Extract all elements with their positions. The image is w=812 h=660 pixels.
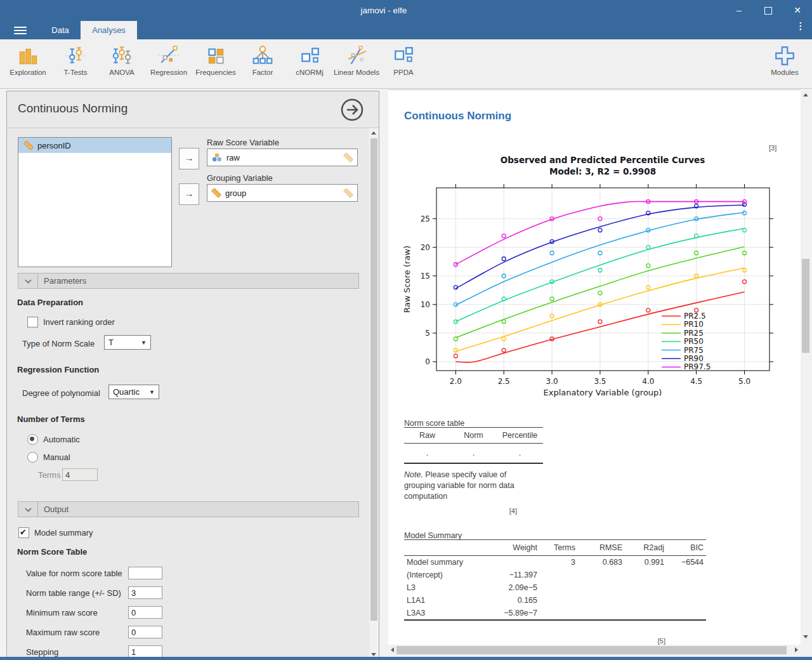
model-summary-reference: [5] (404, 637, 665, 645)
norm-table-title: Norm score table (404, 419, 464, 428)
ribbon-label: Regression (145, 69, 193, 76)
variable-name: personID (37, 141, 71, 150)
terms-input[interactable] (62, 468, 98, 481)
norm-scale-select[interactable]: T ▼ (104, 335, 151, 350)
plus-icon (773, 44, 796, 67)
ribbon-label: Factor (239, 69, 287, 76)
norm-value-input[interactable] (128, 567, 162, 579)
norm-table-note: Note. Please specify value of grouping v… (404, 470, 539, 502)
ribbon-t-tests[interactable]: T-Tests (51, 42, 100, 86)
parameters-section-header[interactable]: Parameters (18, 273, 359, 289)
squares-icon (298, 44, 321, 67)
results-panel: Continuous Norming [3] 2.02.53.03.54.04.… (388, 89, 801, 645)
chevron-down-icon (18, 276, 37, 286)
menu-icon[interactable] (11, 25, 29, 36)
error-bars-3-icon (110, 44, 133, 67)
results-vscrollbar[interactable] (801, 89, 811, 642)
scroll-down-icon[interactable] (371, 653, 376, 656)
ribbon-anova[interactable]: ANOVA (98, 42, 146, 86)
number-of-terms-heading: Number of Terms (17, 414, 85, 424)
svg-text:15: 15 (421, 272, 430, 280)
norm-score-table-heading: Norm Score Table (17, 547, 87, 557)
tab-data[interactable]: Data (40, 21, 81, 39)
results-hscrollbar[interactable] (388, 645, 801, 656)
automatic-label: Automatic (43, 435, 80, 444)
max-raw-input[interactable] (128, 626, 162, 638)
degree-select[interactable]: Quartic ▼ (108, 385, 159, 399)
assign-raw-score-button[interactable]: → (179, 148, 199, 169)
svg-text:PR2.5: PR2.5 (684, 312, 706, 320)
svg-text:5: 5 (425, 329, 430, 338)
assign-grouping-button[interactable]: → (179, 183, 199, 205)
raw-score-field[interactable]: raw (207, 148, 358, 166)
results-heading: Continuous Norming (404, 110, 511, 122)
regression-function-heading: Regression Function (17, 365, 99, 374)
scroll-up-icon[interactable] (371, 131, 376, 135)
ribbon-ppda[interactable]: PPDA (379, 42, 428, 86)
more-options-icon[interactable]: ⋮ (796, 23, 806, 29)
stepping-input[interactable] (128, 645, 162, 658)
ribbon-label: cNORMj (285, 69, 334, 76)
continuous-ruler-icon (211, 188, 221, 198)
norm-table-reference: [4] (404, 507, 517, 515)
svg-text:PR50: PR50 (684, 337, 704, 346)
title-bar: jamovi - elfe – ✕ (0, 0, 812, 21)
output-section-header[interactable]: Output (18, 501, 359, 517)
available-variables-list[interactable]: personID (18, 137, 172, 267)
ribbon-cnormj[interactable]: cNORMj (285, 42, 334, 86)
window-bottom-border (0, 657, 812, 660)
scroll-right-icon[interactable] (795, 647, 798, 652)
ribbon-linear-models[interactable]: Linear Models (332, 42, 381, 86)
crossed-lines-icon (345, 44, 368, 67)
model-summary-checkbox[interactable] (18, 527, 29, 538)
grouping-label: Grouping Variable (207, 173, 273, 183)
scatter-line-icon (157, 44, 180, 67)
svg-text:3.5: 3.5 (594, 377, 606, 386)
norm-scale-value: T (108, 338, 114, 347)
plot-reference: [3] (769, 144, 776, 152)
analyses-ribbon: Exploration T-Tests (0, 39, 812, 89)
svg-text:Explanatory Variable (group): Explanatory Variable (group) (544, 388, 662, 397)
grouping-field[interactable]: group (207, 184, 358, 202)
ribbon-regression[interactable]: Regression (145, 42, 193, 86)
automatic-radio[interactable] (27, 434, 38, 445)
options-scrollbar-thumb[interactable] (370, 138, 377, 621)
ribbon-label: T-Tests (51, 69, 100, 76)
squares-icon (392, 44, 415, 67)
ribbon-label: PPDA (379, 69, 428, 76)
table-row: L3A3−5.89e−7 (404, 607, 706, 620)
ribbon-frequencies[interactable]: Frequencies (192, 42, 240, 86)
ribbon-modules[interactable]: Modules (761, 42, 809, 86)
ribbon-exploration[interactable]: Exploration (4, 42, 52, 86)
nominal-icon (211, 152, 223, 162)
results-vscrollbar-thumb[interactable] (802, 259, 809, 353)
svg-text:PR90: PR90 (684, 354, 704, 363)
collapse-options-button[interactable] (339, 97, 365, 122)
min-raw-input[interactable] (128, 606, 162, 619)
manual-radio[interactable] (27, 452, 38, 463)
close-button[interactable]: ✕ (783, 0, 812, 21)
svg-text:2.0: 2.0 (450, 377, 462, 386)
automatic-row: Automatic (27, 434, 80, 445)
column-header: Norm (450, 428, 497, 444)
variable-item-personid[interactable]: personID (18, 138, 171, 153)
options-scrollbar[interactable] (369, 128, 379, 659)
norm-value-label: Value for norm score table (26, 569, 122, 578)
scroll-left-icon[interactable] (391, 647, 394, 652)
minimize-button[interactable]: – (724, 0, 754, 21)
invert-ranking-checkbox[interactable] (27, 317, 38, 327)
chevron-down-icon: ▼ (149, 389, 155, 395)
tab-analyses[interactable]: Analyses (81, 21, 137, 39)
svg-text:PR97.5: PR97.5 (684, 362, 710, 371)
raw-score-label: Raw Score Variable (207, 138, 279, 147)
scroll-down-icon[interactable] (803, 635, 808, 638)
ribbon-factor[interactable]: Factor (239, 42, 287, 86)
table-row: (Intercept)−11.397 (404, 569, 706, 581)
norm-range-input[interactable] (128, 586, 162, 599)
error-bars-2-icon (64, 44, 87, 67)
results-hscrollbar-thumb[interactable] (396, 646, 787, 654)
scroll-up-icon[interactable] (803, 93, 808, 96)
bar-chart-icon (16, 44, 39, 67)
maximize-button[interactable] (754, 0, 783, 21)
window-title: jamovi - elfe (0, 0, 768, 21)
